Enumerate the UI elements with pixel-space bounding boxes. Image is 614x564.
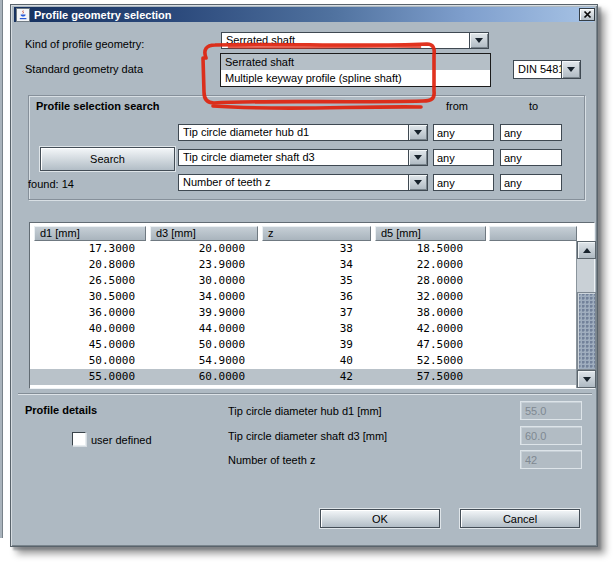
table-row[interactable]: 50.000054.90004052.5000	[30, 353, 576, 369]
criterion-combobox-d3-value: Tip circle diameter shaft d3	[183, 150, 408, 165]
chevron-down-icon[interactable]	[408, 125, 427, 140]
column-header-filler	[489, 226, 577, 241]
detail-field-d3[interactable]	[520, 426, 582, 445]
table-row[interactable]: 20.800023.90003422.0000	[30, 257, 576, 273]
table-cell: 45.0000	[30, 337, 147, 353]
java-cup-icon	[16, 8, 30, 22]
table-cell: 23.9000	[147, 257, 259, 273]
profile-geometry-dropdown-list: Serrated shaft Multiple keyway profile (…	[220, 53, 491, 87]
table-cell: 34.0000	[147, 289, 259, 305]
table-cell: 26.5000	[30, 273, 147, 289]
table-row[interactable]: 36.000039.90003738.0000	[30, 305, 576, 321]
to-input-d3[interactable]	[500, 149, 562, 166]
table-cell: 44.0000	[147, 321, 259, 337]
kind-of-profile-geometry-label: Kind of profile geometry:	[25, 38, 144, 51]
table-cell: 35	[259, 273, 372, 289]
chevron-up-icon[interactable]	[577, 241, 596, 259]
table-cell: 60.0000	[147, 369, 259, 385]
ok-button[interactable]: OK	[320, 509, 440, 528]
detail-field-d1[interactable]	[520, 401, 582, 420]
from-input-d3[interactable]	[433, 149, 494, 166]
detail-label-z: Number of teeth z	[228, 454, 315, 467]
table-row[interactable]: 17.300020.00003318.5000	[30, 241, 576, 257]
dropdown-option-multiple-keyway[interactable]: Multiple keyway profile (spline shaft)	[221, 70, 490, 86]
chevron-down-icon[interactable]	[577, 370, 596, 388]
table-cell: 40.0000	[30, 321, 147, 337]
column-header-z[interactable]: z	[262, 226, 371, 241]
table-cell: 42	[259, 369, 372, 385]
window-title: Profile geometry selection	[34, 9, 172, 21]
to-input-z[interactable]	[500, 174, 562, 191]
table-cell: 17.3000	[30, 241, 147, 257]
criterion-combobox-z-value: Number of teeth z	[183, 175, 408, 190]
table-scrollbar[interactable]	[576, 241, 594, 388]
search-button[interactable]: Search	[40, 147, 175, 171]
table-cell: 36	[259, 289, 372, 305]
criterion-combobox-d3[interactable]: Tip circle diameter shaft d3	[178, 149, 428, 166]
table-cell: 34	[259, 257, 372, 273]
detail-label-d1: Tip circle diameter hub d1 [mm]	[228, 405, 382, 418]
column-header-d1[interactable]: d1 [mm]	[34, 226, 146, 241]
standard-geometry-data-label: Standard geometry data	[25, 63, 143, 76]
scrollbar-thumb[interactable]	[577, 292, 596, 370]
from-column-header: from	[446, 100, 468, 113]
standard-combobox[interactable]: DIN 5481	[513, 60, 581, 79]
table-cell: 30.5000	[30, 289, 147, 305]
profile-geometry-combobox[interactable]: Serrated shaft	[221, 32, 489, 49]
table-cell: 20.0000	[147, 241, 259, 257]
table-cell: 39	[259, 337, 372, 353]
table-row[interactable]: 45.000050.00003947.5000	[30, 337, 576, 353]
table-cell: 20.8000	[30, 257, 147, 273]
table-cell: 30.0000	[147, 273, 259, 289]
detail-field-z[interactable]	[520, 450, 582, 469]
table-cell: 55.0000	[30, 369, 147, 385]
table-cell: 57.5000	[372, 369, 487, 385]
table-cell: 42.0000	[372, 321, 487, 337]
dropdown-option-serrated-shaft[interactable]: Serrated shaft	[221, 54, 490, 70]
criterion-combobox-d1-value: Tip circle diameter hub d1	[183, 125, 408, 140]
titlebar[interactable]: Profile geometry selection	[14, 7, 594, 22]
table-cell: 50.0000	[30, 353, 147, 369]
results-table-body: 17.300020.00003318.500020.800023.9000342…	[30, 241, 576, 387]
chevron-down-icon[interactable]	[469, 33, 488, 48]
table-row[interactable]: 30.500034.00003632.0000	[30, 289, 576, 305]
table-cell: 40	[259, 353, 372, 369]
criterion-combobox-z[interactable]: Number of teeth z	[178, 174, 428, 191]
column-header-d3[interactable]: d3 [mm]	[150, 226, 258, 241]
chevron-down-icon[interactable]	[561, 61, 580, 78]
table-row[interactable]: 55.000060.00004257.5000	[30, 369, 576, 385]
table-cell: 52.5000	[372, 353, 487, 369]
table-row[interactable]: 26.500030.00003528.0000	[30, 273, 576, 289]
section-divider	[18, 393, 592, 395]
to-column-header: to	[529, 100, 538, 113]
standard-combobox-value: DIN 5481	[518, 61, 561, 78]
table-cell: 39.9000	[147, 305, 259, 321]
table-cell: 47.5000	[372, 337, 487, 353]
table-row[interactable]: 40.000044.00003842.0000	[30, 321, 576, 337]
user-defined-checkbox[interactable]	[72, 432, 86, 446]
profile-geometry-combobox-value: Serrated shaft	[226, 33, 469, 48]
table-cell: 18.5000	[372, 241, 487, 257]
from-input-d1[interactable]	[433, 124, 494, 141]
from-input-z[interactable]	[433, 174, 494, 191]
table-cell: 38	[259, 321, 372, 337]
column-header-d5[interactable]: d5 [mm]	[375, 226, 486, 241]
table-cell: 54.9000	[147, 353, 259, 369]
user-defined-label: user defined	[91, 434, 152, 447]
table-cell: 22.0000	[372, 257, 487, 273]
close-icon[interactable]	[579, 8, 595, 21]
detail-label-d3: Tip circle diameter shaft d3 [mm]	[228, 430, 387, 443]
found-count-label: found: 14	[28, 178, 74, 191]
table-cell: 36.0000	[30, 305, 147, 321]
cancel-button[interactable]: Cancel	[460, 509, 580, 528]
table-cell: 37	[259, 305, 372, 321]
to-input-d1[interactable]	[500, 124, 562, 141]
chevron-down-icon[interactable]	[408, 175, 427, 190]
profile-selection-search-title: Profile selection search	[36, 100, 160, 113]
screenshot-root: Profile geometry selection Kind of profi…	[0, 0, 614, 564]
background-window-edge	[0, 0, 3, 538]
profile-details-title: Profile details	[25, 404, 97, 417]
table-cell: 50.0000	[147, 337, 259, 353]
criterion-combobox-d1[interactable]: Tip circle diameter hub d1	[178, 124, 428, 141]
chevron-down-icon[interactable]	[408, 150, 427, 165]
